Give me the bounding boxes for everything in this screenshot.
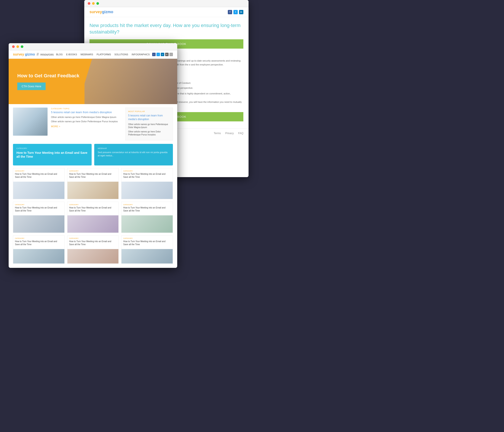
article-card-7-cat: Category: [15, 237, 63, 239]
ebook-logo: surveygizmo: [90, 10, 113, 14]
article-card-2-info: Category How to Turn Your Meeting into a…: [67, 168, 119, 182]
article-card-1-image: [13, 182, 64, 199]
featured-cards-row: Category How to Turn Your Meeting into a…: [13, 144, 173, 166]
nav-twitter-icon[interactable]: t: [156, 53, 160, 56]
logo-separator: //: [37, 53, 39, 56]
article-card-4-title: How to Turn Your Meeting into an Email a…: [15, 206, 63, 212]
hero-banner: How to Get Great Feedback CTA Goes Here: [9, 59, 177, 104]
article-card-5-cat: Category: [69, 204, 117, 206]
article-card-5-image: [67, 215, 119, 233]
article-card-3-info: Category How to Turn Your Meeting into a…: [121, 168, 173, 182]
article-card-5-info: Category How to Turn Your Meeting into a…: [67, 202, 119, 215]
resources-logo: surveygizmo // resources: [13, 53, 54, 56]
nav-solutions[interactable]: SOLUTIONS: [114, 53, 128, 56]
article-card-5[interactable]: Category How to Turn Your Meeting into a…: [67, 202, 119, 233]
twitter-icon[interactable]: t: [234, 10, 238, 14]
article-card-4[interactable]: Category How to Turn Your Meeting into a…: [13, 202, 65, 233]
close-button[interactable]: [88, 2, 90, 5]
popular-main-article[interactable]: 5 lessons retail can learn from media's …: [128, 114, 170, 121]
card1-title: How to Turn Your Meeting into an Email a…: [17, 151, 88, 159]
article-card-2-cat: Category: [69, 170, 117, 172]
faq-link[interactable]: FAQ: [238, 132, 243, 135]
card1-label: Category: [17, 147, 88, 150]
linkedin-icon[interactable]: in: [239, 10, 243, 14]
resources-window: surveygizmo // resources BLOG E-BOOKS WE…: [9, 43, 177, 268]
hero-title: How to Get Great Feedback: [17, 73, 93, 79]
nav-search-icon[interactable]: ⌕: [170, 53, 173, 56]
article-card-6-cat: Category: [123, 204, 171, 206]
ebook-hero: New products hit the market every day. H…: [84, 17, 249, 35]
article-card-4-cat: Category: [15, 204, 63, 206]
article-card-7[interactable]: Category How to Turn Your Meeting into a…: [13, 235, 65, 264]
article-card-2-title: How to Turn Your Meeting into an Email a…: [69, 173, 117, 179]
article-card-3[interactable]: Category How to Turn Your Meeting into a…: [121, 168, 173, 199]
card-meeting-email[interactable]: Category How to Turn Your Meeting into a…: [13, 144, 92, 166]
nav-social-icons: f t in ✉ ⌕: [152, 53, 173, 56]
article-card-7-title: How to Turn Your Meeting into an Email a…: [15, 240, 63, 246]
article-card-3-image: [121, 182, 173, 199]
article-card-9-cat: category: [123, 237, 171, 239]
minimize-button[interactable]: [92, 2, 95, 5]
terms-link[interactable]: Terms: [214, 132, 221, 135]
featured-thumb-image: [13, 107, 47, 136]
ebook-window-titlebar: [84, 0, 249, 7]
article-card-6[interactable]: Category How to Turn Your Meeting into a…: [121, 202, 173, 233]
article-card-7-info: Category How to Turn Your Meeting into a…: [13, 236, 64, 249]
article-card-3-title: How to Turn Your Meeting into an Email a…: [123, 173, 171, 179]
nav-infographics[interactable]: INFOGRAPHICS: [132, 53, 150, 56]
article-card-9-image: [121, 249, 173, 264]
nav-platforms[interactable]: PLATFORMS: [97, 53, 111, 56]
res-maximize-button[interactable]: [21, 45, 23, 48]
hero-background-image: [84, 59, 177, 104]
facebook-icon[interactable]: f: [228, 10, 232, 14]
nav-webinars[interactable]: WEBINARS: [81, 53, 93, 56]
article-card-8-title: How to Turn Your Meeting into an Email a…: [69, 240, 117, 246]
article-card-8[interactable]: Category How to Turn Your Meeting into a…: [67, 235, 119, 264]
featured-tag: Category Topic: [51, 107, 122, 110]
featured-item-1: Other article names go here Pellentesque…: [51, 115, 122, 119]
hero-cta-button[interactable]: CTA Goes Here: [17, 82, 45, 90]
ebook-hero-title: New products hit the market every day. H…: [90, 22, 243, 35]
article-grid-row1: Category How to Turn Your Meeting into a…: [13, 168, 173, 199]
nav-blog[interactable]: BLOG: [56, 53, 63, 56]
article-card-4-image: [13, 215, 64, 233]
featured-item-2: Other article names go here Dolor Pellen…: [51, 120, 122, 123]
ebook-social-icons: f t in: [228, 10, 243, 14]
article-grid-row3: Category How to Turn Your Meeting into a…: [13, 235, 173, 264]
ebook-logo-survey: survey: [90, 10, 102, 14]
res-minimize-button[interactable]: [17, 45, 19, 48]
most-popular-box: Most popular 5 lessons retail can learn …: [125, 107, 173, 141]
nav-linkedin-icon[interactable]: in: [161, 53, 164, 56]
nav-ebooks[interactable]: E-BOOKS: [66, 53, 77, 56]
article-card-1[interactable]: Category How to Turn Your Meeting into a…: [13, 168, 65, 199]
article-card-9-title: How to Turn Your Meeting into an Email a…: [123, 240, 171, 246]
nav-email-icon[interactable]: ✉: [165, 53, 169, 56]
article-card-8-image: [67, 249, 119, 264]
nav-links: BLOG E-BOOKS WEBINARS PLATFORMS SOLUTION…: [56, 53, 150, 56]
featured-main-title[interactable]: 5 lessons retail can learn from media's …: [51, 111, 122, 114]
featured-articles: Category Topic 5 lessons retail can lear…: [51, 107, 122, 141]
logo-resources: resources: [40, 53, 54, 56]
article-card-9-info: category How to Turn Your Meeting into a…: [121, 236, 173, 249]
popular-item-1: Other article names go here Pellentesque…: [128, 123, 170, 129]
maximize-button[interactable]: [96, 2, 99, 5]
article-grid-row2: Category How to Turn Your Meeting into a…: [13, 202, 173, 233]
resources-nav: surveygizmo // resources BLOG E-BOOKS WE…: [9, 50, 177, 59]
article-card-4-info: Category How to Turn Your Meeting into a…: [13, 202, 64, 215]
article-card-8-cat: Category: [69, 237, 117, 239]
article-card-2-image: [67, 182, 119, 199]
article-card-9[interactable]: category How to Turn Your Meeting into a…: [121, 235, 173, 264]
card-webinar[interactable]: Webinar Sed posuere consectetur est at l…: [94, 144, 173, 166]
article-card-1-title: How to Turn Your Meeting into an Email a…: [15, 173, 63, 179]
privacy-link[interactable]: Privacy: [225, 132, 234, 135]
content-area: Category Topic 5 lessons retail can lear…: [9, 104, 177, 268]
res-close-button[interactable]: [12, 45, 15, 48]
article-card-2[interactable]: Category How to Turn Your Meeting into a…: [67, 168, 119, 199]
more-link[interactable]: MORE >: [51, 125, 122, 128]
logo-gizmo: gizmo: [25, 53, 35, 56]
article-card-3-cat: Category: [123, 170, 171, 172]
article-card-5-title: How to Turn Your Meeting into an Email a…: [69, 206, 117, 212]
nav-facebook-icon[interactable]: f: [152, 53, 156, 56]
popular-item-2: Other article names go here Dolor Pellen…: [128, 130, 170, 136]
card2-title: Sed posuere consectetur est at lobortis …: [98, 151, 170, 158]
